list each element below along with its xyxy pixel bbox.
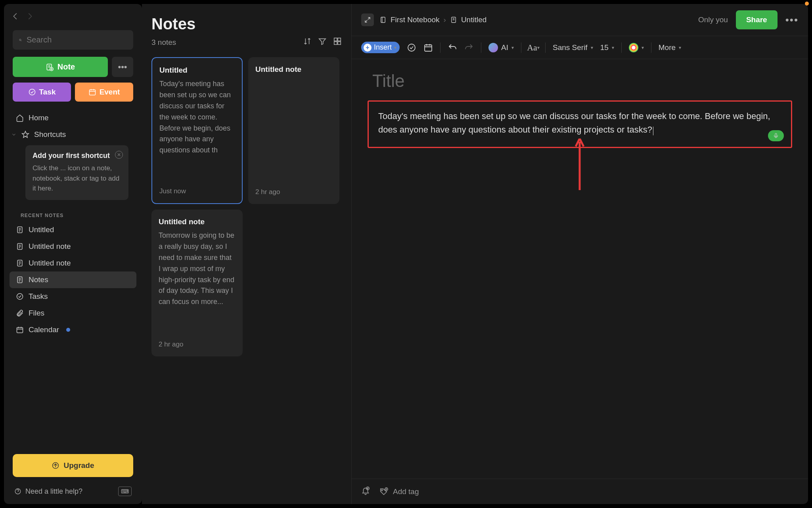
editor-body[interactable]: Title Today's meeting has been set up so… <box>352 59 808 479</box>
nav-calendar-label: Calendar <box>29 325 59 334</box>
close-icon: ✕ <box>117 152 121 158</box>
ai-button[interactable]: AI ▾ <box>488 43 514 52</box>
note-card-title: Untitled note <box>159 217 236 226</box>
nav-tasks[interactable]: Tasks <box>10 288 136 305</box>
svg-rect-4 <box>89 90 95 95</box>
sort-icon[interactable] <box>303 37 312 48</box>
note-card-time: Just now <box>159 187 235 195</box>
breadcrumb-note[interactable]: Untitled <box>461 15 486 24</box>
note-button-label: Note <box>57 62 75 71</box>
tip-close-button[interactable]: ✕ <box>115 151 123 159</box>
help-link[interactable]: Need a little help? <box>14 487 82 496</box>
recent-note-0-label: Untitled <box>29 225 54 234</box>
editor-footer: Add tag <box>352 479 808 504</box>
note-card-2[interactable]: Untitled note Tomorrow is going to be a … <box>151 210 243 356</box>
keyboard-shortcuts-icon[interactable]: ⌨ <box>118 487 132 496</box>
note-card-0[interactable]: Untitled Today's meeting has been set up… <box>151 57 243 204</box>
notes-header: Notes <box>151 15 342 37</box>
undo-button[interactable] <box>448 43 457 52</box>
nav-tasks-label: Tasks <box>29 292 48 301</box>
recent-note-2[interactable]: Untitled note <box>10 255 136 271</box>
new-note-button[interactable]: Note <box>13 57 108 77</box>
chevron-down-icon: ▾ <box>679 45 681 50</box>
note-icon <box>16 242 24 250</box>
editor-top-left: First Notebook › Untitled <box>361 13 486 26</box>
calendar-badge-dot <box>66 328 70 332</box>
nav-home-label: Home <box>29 114 49 122</box>
notes-count: 3 notes <box>151 38 176 47</box>
back-icon[interactable] <box>11 12 20 23</box>
recent-notes-label: RECENT NOTES <box>10 206 136 221</box>
share-button[interactable]: Share <box>736 10 778 29</box>
note-card-1[interactable]: Untitled note 2 hr ago <box>248 57 339 204</box>
help-icon <box>14 488 21 495</box>
insert-label: Insert <box>374 43 392 52</box>
font-size-select[interactable]: 15 ▾ <box>600 43 614 52</box>
svg-rect-10 <box>17 327 23 333</box>
nav-list: Home Shortcuts ✕ Add your first shortcut… <box>4 110 142 448</box>
svg-rect-20 <box>425 45 432 51</box>
filter-icon[interactable] <box>318 37 327 48</box>
text-style-button[interactable]: Aa ▾ <box>529 43 538 52</box>
add-tag-button[interactable]: Add tag <box>379 487 419 496</box>
toolbar-separator <box>651 42 651 53</box>
nav-shortcuts[interactable]: Shortcuts <box>10 126 136 143</box>
sidebar: Note ••• Task Event Home <box>4 4 142 504</box>
nav-arrows <box>4 9 142 30</box>
svg-rect-15 <box>334 42 337 44</box>
expand-button[interactable] <box>361 13 374 26</box>
font-family-select[interactable]: Sans Serif ▾ <box>553 43 593 52</box>
ai-icon <box>488 43 498 52</box>
toolbar-more[interactable]: More ▾ <box>659 43 681 52</box>
note-title-input[interactable]: Title <box>372 71 792 91</box>
upgrade-button[interactable]: Upgrade <box>13 454 133 477</box>
toolbar-separator <box>545 42 546 53</box>
note-icon <box>16 226 24 234</box>
text-color-button[interactable]: ▾ <box>629 43 644 52</box>
breadcrumb-notebook[interactable]: First Notebook <box>391 15 440 24</box>
nav-notes[interactable]: Notes <box>10 271 136 288</box>
calendar-insert-button[interactable] <box>423 43 433 52</box>
microphone-icon <box>773 133 779 139</box>
view-grid-icon[interactable] <box>333 37 342 48</box>
recent-note-0[interactable]: Untitled <box>10 221 136 238</box>
help-label: Need a little help? <box>25 487 82 496</box>
task-button-label: Task <box>39 88 56 96</box>
nav-calendar[interactable]: Calendar <box>10 321 136 338</box>
chevron-down-icon <box>11 131 17 139</box>
search-box[interactable] <box>13 30 133 50</box>
dictation-button[interactable] <box>768 130 784 141</box>
nav-files-label: Files <box>29 309 44 318</box>
app-root: Note ••• Task Event Home <box>0 0 812 508</box>
tasks-icon <box>16 292 24 300</box>
insert-button[interactable]: + Insert ▾ <box>361 42 400 53</box>
task-checkbox-button[interactable] <box>407 43 416 52</box>
forward-icon <box>25 12 34 23</box>
new-more-button[interactable]: ••• <box>112 57 133 77</box>
svg-point-3 <box>29 89 35 95</box>
nav-home[interactable]: Home <box>10 110 136 126</box>
upgrade-icon <box>52 462 59 470</box>
toolbar-separator <box>621 42 622 53</box>
nav-files[interactable]: Files <box>10 305 136 321</box>
font-size-label: 15 <box>600 43 609 52</box>
note-content[interactable]: Today's meeting has been set up so we ca… <box>378 111 770 135</box>
font-family-label: Sans Serif <box>553 43 588 52</box>
svg-rect-17 <box>381 17 385 23</box>
svg-rect-16 <box>338 42 341 44</box>
recent-note-1[interactable]: Untitled note <box>10 238 136 255</box>
calendar-icon <box>88 88 96 96</box>
home-icon <box>16 114 24 122</box>
add-reminder-button[interactable] <box>361 486 370 497</box>
search-input[interactable] <box>27 35 127 44</box>
chevron-down-icon: ▾ <box>612 45 614 50</box>
ellipsis-icon: ••• <box>118 62 127 72</box>
text-cursor <box>653 127 653 135</box>
toolbar-separator <box>481 42 481 53</box>
editor-toolbar: + Insert ▾ AI ▾ Aa ▾ Sans Serif ▾ <box>352 36 808 59</box>
note-cards: Untitled Today's meeting has been set up… <box>151 57 342 356</box>
new-task-button[interactable]: Task <box>13 83 71 102</box>
editor-more-button[interactable]: ••• <box>785 14 799 26</box>
new-event-button[interactable]: Event <box>75 83 133 102</box>
calendar-icon <box>16 326 24 334</box>
